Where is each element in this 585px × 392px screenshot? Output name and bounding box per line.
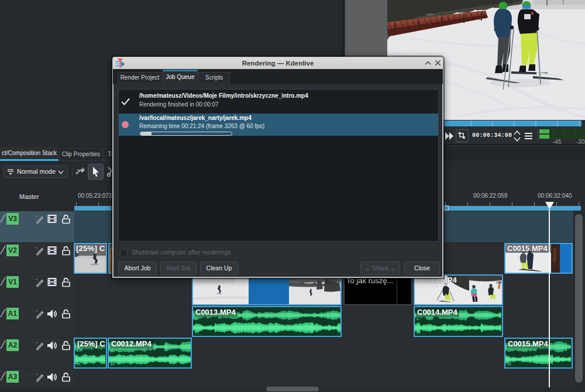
svg-text:R: R <box>417 329 421 335</box>
svg-text:R: R <box>77 360 81 367</box>
svg-text:R: R <box>111 360 115 367</box>
svg-text:R: R <box>195 329 199 335</box>
svg-text:R: R <box>507 360 511 367</box>
